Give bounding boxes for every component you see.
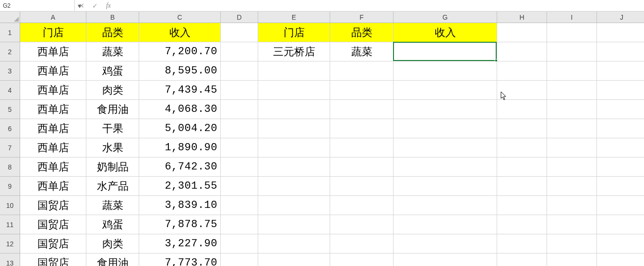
cell-J5[interactable] [597, 100, 644, 119]
cell-B3[interactable]: 鸡蛋 [86, 61, 139, 81]
cell-F7[interactable] [330, 138, 394, 157]
cell-I5[interactable] [547, 100, 597, 119]
cell-C4[interactable]: 7,439.45 [139, 81, 221, 100]
cell-D4[interactable] [221, 81, 258, 100]
cell-F2[interactable]: 蔬菜 [330, 42, 394, 61]
cell-D10[interactable] [221, 196, 258, 215]
cell-J10[interactable] [597, 196, 644, 215]
cell-C13[interactable]: 7,773.70 [139, 254, 221, 266]
cell-H9[interactable] [497, 177, 547, 196]
row-header-4[interactable]: 4 [0, 81, 20, 100]
cell-D8[interactable] [221, 157, 258, 177]
formula-enter-button[interactable]: ✓ [88, 0, 102, 11]
cell-I10[interactable] [547, 196, 597, 215]
row-header-10[interactable]: 10 [0, 196, 20, 215]
column-header-E[interactable]: E [258, 12, 330, 23]
cell-D3[interactable] [221, 61, 258, 81]
cell-E3[interactable] [258, 61, 330, 81]
cell-B7[interactable]: 水果 [86, 138, 139, 157]
cell-G5[interactable] [394, 100, 497, 119]
select-all-corner[interactable] [0, 12, 20, 23]
cell-G10[interactable] [394, 196, 497, 215]
cell-E6[interactable] [258, 119, 330, 138]
row-header-3[interactable]: 3 [0, 61, 20, 81]
cell-H8[interactable] [497, 157, 547, 177]
cell-H2[interactable] [497, 42, 547, 61]
cell-I11[interactable] [547, 215, 597, 234]
cell-B5[interactable]: 食用油 [86, 100, 139, 119]
cell-I4[interactable] [547, 81, 597, 100]
cell-D13[interactable] [221, 254, 258, 266]
cell-D6[interactable] [221, 119, 258, 138]
cell-B12[interactable]: 肉类 [86, 234, 139, 254]
cell-E12[interactable] [258, 234, 330, 254]
cell-E13[interactable] [258, 254, 330, 266]
cell-H6[interactable] [497, 119, 547, 138]
row-header-11[interactable]: 11 [0, 215, 20, 234]
cell-H10[interactable] [497, 196, 547, 215]
cell-C12[interactable]: 3,227.90 [139, 234, 221, 254]
cell-J11[interactable] [597, 215, 644, 234]
cell-H3[interactable] [497, 61, 547, 81]
cell-G8[interactable] [394, 157, 497, 177]
cell-A7[interactable]: 西单店 [20, 138, 86, 157]
cell-E2[interactable]: 三元桥店 [258, 42, 330, 61]
cell-D5[interactable] [221, 100, 258, 119]
cell-B8[interactable]: 奶制品 [86, 157, 139, 177]
cell-F3[interactable] [330, 61, 394, 81]
row-header-12[interactable]: 12 [0, 234, 20, 254]
cell-B11[interactable]: 鸡蛋 [86, 215, 139, 234]
cell-I12[interactable] [547, 234, 597, 254]
cell-E8[interactable] [258, 157, 330, 177]
column-header-F[interactable]: F [330, 12, 394, 23]
cell-D12[interactable] [221, 234, 258, 254]
cell-A11[interactable]: 国贸店 [20, 215, 86, 234]
cell-A1[interactable]: 门店 [20, 23, 86, 42]
cell-E1[interactable]: 门店 [258, 23, 330, 42]
cell-J3[interactable] [597, 61, 644, 81]
row-header-6[interactable]: 6 [0, 119, 20, 138]
column-header-C[interactable]: C [139, 12, 221, 23]
cell-H12[interactable] [497, 234, 547, 254]
cell-D7[interactable] [221, 138, 258, 157]
cell-I3[interactable] [547, 61, 597, 81]
cell-G2[interactable] [394, 42, 497, 61]
cell-C5[interactable]: 4,068.30 [139, 100, 221, 119]
cell-A9[interactable]: 西单店 [20, 177, 86, 196]
column-header-I[interactable]: I [547, 12, 597, 23]
cell-G1[interactable]: 收入 [394, 23, 497, 42]
cell-J8[interactable] [597, 157, 644, 177]
cell-H7[interactable] [497, 138, 547, 157]
cell-A8[interactable]: 西单店 [20, 157, 86, 177]
cell-F12[interactable] [330, 234, 394, 254]
formula-input[interactable] [115, 0, 644, 11]
cell-G7[interactable] [394, 138, 497, 157]
row-header-5[interactable]: 5 [0, 100, 20, 119]
cell-E4[interactable] [258, 81, 330, 100]
cell-J9[interactable] [597, 177, 644, 196]
cell-E7[interactable] [258, 138, 330, 157]
cell-J7[interactable] [597, 138, 644, 157]
cell-I6[interactable] [547, 119, 597, 138]
cell-G3[interactable] [394, 61, 497, 81]
cell-A10[interactable]: 国贸店 [20, 196, 86, 215]
column-header-H[interactable]: H [497, 12, 547, 23]
cell-G9[interactable] [394, 177, 497, 196]
cell-C7[interactable]: 1,890.90 [139, 138, 221, 157]
cell-A6[interactable]: 西单店 [20, 119, 86, 138]
cell-E10[interactable] [258, 196, 330, 215]
cell-I1[interactable] [547, 23, 597, 42]
row-header-13[interactable]: 13 [0, 254, 20, 266]
cell-C11[interactable]: 7,878.75 [139, 215, 221, 234]
cell-J12[interactable] [597, 234, 644, 254]
cell-B1[interactable]: 品类 [86, 23, 139, 42]
cell-C9[interactable]: 2,301.55 [139, 177, 221, 196]
cell-G12[interactable] [394, 234, 497, 254]
cell-G13[interactable] [394, 254, 497, 266]
cell-J4[interactable] [597, 81, 644, 100]
row-header-8[interactable]: 8 [0, 157, 20, 177]
cell-G11[interactable] [394, 215, 497, 234]
cell-D9[interactable] [221, 177, 258, 196]
cell-G4[interactable] [394, 81, 497, 100]
cell-I13[interactable] [547, 254, 597, 266]
